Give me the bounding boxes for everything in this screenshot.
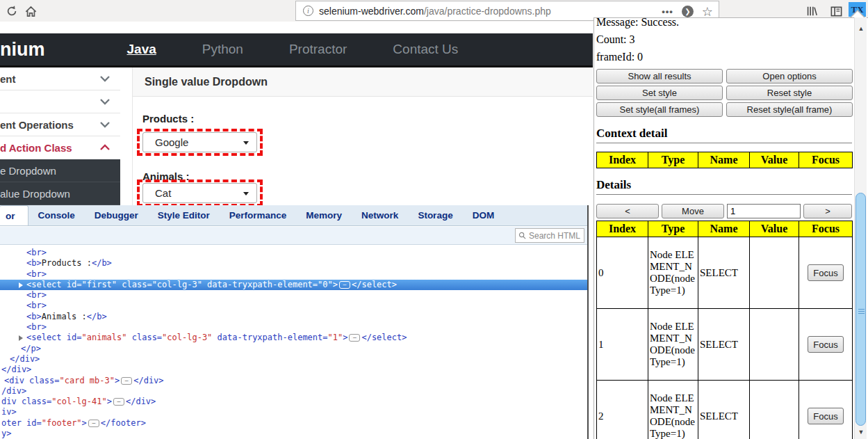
code-line[interactable]: <br> [0, 322, 587, 333]
sidebar-subitem[interactable]: alue Dropdown [0, 182, 120, 205]
column-header: Name [698, 221, 750, 237]
code-line[interactable]: iv> [0, 407, 587, 417]
tab-style-editor[interactable]: Style Editor [148, 205, 220, 225]
code-line[interactable]: <br> [0, 248, 587, 258]
tab-storage[interactable]: Storage [408, 205, 462, 225]
code-line[interactable]: y> [0, 429, 587, 439]
column-header: Type [648, 221, 698, 237]
tryxpath-popup: Message: Success. Count: 3 frameId: 0 Sh… [593, 17, 868, 439]
tab-debugger[interactable]: Debugger [85, 205, 148, 225]
collapsed-content-icon[interactable]: — [349, 334, 360, 342]
expand-arrow-icon[interactable] [19, 282, 23, 288]
tab-console[interactable]: Console [28, 205, 85, 225]
url-text[interactable]: selenium-webdriver.com/java/practice-dro… [319, 6, 551, 17]
devtools-tabbar: or ConsoleDebuggerStyle EditorPerformanc… [0, 205, 587, 226]
cell-name: SELECT [698, 309, 750, 381]
bookmark-star-icon[interactable]: ☆ [702, 6, 713, 18]
collapsed-content-icon[interactable]: — [121, 377, 132, 385]
reload-icon[interactable] [4, 3, 19, 19]
products-select[interactable]: Google [142, 132, 257, 152]
code-line[interactable]: <br> [0, 301, 587, 311]
tab-network[interactable]: Network [352, 205, 408, 225]
show-all-results-button[interactable]: Show all results [596, 69, 723, 83]
home-icon[interactable] [23, 3, 38, 19]
sidebar-item[interactable]: d Action Class [0, 136, 120, 159]
sidebar-submenu: e Dropdownalue Dropdown [0, 159, 120, 205]
details-table: IndexTypeNameValueFocus 0Node ELEMENT_NO… [596, 221, 853, 439]
code-line[interactable]: <br> [0, 269, 587, 280]
code-line[interactable]: div class="col-lg-41">—</div> [0, 397, 587, 407]
sidebar-subitem[interactable]: e Dropdown [0, 159, 120, 182]
sidebar-item[interactable]: ent [0, 67, 120, 90]
sidebar-item-label: d Action Class [0, 142, 72, 154]
column-header: Value [750, 221, 799, 237]
pocket-icon[interactable]: ❯ [682, 6, 694, 17]
cell-value [750, 381, 799, 439]
code-line[interactable]: <b>Animals :</b> [0, 312, 587, 322]
collapsed-content-icon[interactable]: — [113, 398, 124, 406]
context-detail-table: IndexTypeNameValueFocus [596, 152, 853, 168]
focus-button[interactable]: Focus [808, 264, 844, 281]
code-line[interactable]: </div> [0, 365, 587, 375]
library-icon[interactable] [804, 3, 819, 19]
sidebar-item-label: ent Operations [0, 119, 74, 131]
popup-frameid: frameId: 0 [596, 48, 854, 65]
code-line[interactable]: </p> [0, 344, 587, 354]
code-line[interactable]: <br> [0, 290, 587, 301]
tab-performance[interactable]: Performance [220, 205, 297, 225]
site-logo[interactable]: nium [0, 39, 45, 61]
reset-style-button[interactable]: Reset style [726, 86, 853, 100]
scroll-up-icon[interactable]: ▲ [855, 23, 867, 34]
cell-name: SELECT [698, 381, 750, 439]
move-button[interactable]: Move [662, 204, 724, 218]
set-style-button[interactable]: Set style [596, 86, 723, 100]
chevron-down-icon [99, 119, 110, 131]
tab-dom[interactable]: DOM [463, 205, 505, 225]
popup-scrollbar[interactable]: ▲ ▼ [854, 17, 867, 439]
page-number-input[interactable] [727, 204, 801, 218]
set-style-all-frames--button[interactable]: Set style(all frames) [596, 102, 723, 117]
scroll-down-icon[interactable]: ▼ [855, 426, 867, 438]
search-html-input[interactable]: Search HTML [515, 228, 584, 243]
url-path: /java/practice-dropdowns.php [424, 6, 551, 17]
scrollbar-thumb[interactable] [855, 193, 866, 426]
code-line[interactable]: /div> [0, 386, 587, 397]
cell-type: Node ELEMENT_NODE(nodeType=1) [648, 237, 698, 309]
nav-link-protractor[interactable]: Protractor [289, 42, 347, 57]
code-line[interactable]: oter id="footer">—</footer> [0, 418, 587, 429]
animals-select[interactable]: Cat [142, 183, 257, 203]
code-line[interactable]: <b>Products :</b> [0, 258, 587, 269]
nav-link-contact-us[interactable]: Contact Us [393, 42, 458, 57]
page-actions-icon[interactable]: ••• [662, 6, 673, 17]
details-heading: Details [596, 178, 854, 192]
code-line[interactable]: <div class="card mb-3">—</div> [0, 376, 587, 386]
next-page-button[interactable]: > [803, 204, 852, 218]
nav-link-python[interactable]: Python [202, 42, 243, 57]
focus-button[interactable]: Focus [808, 408, 844, 424]
site-info-icon[interactable]: i [303, 6, 313, 16]
sidebar-item[interactable]: ent Operations [0, 113, 120, 136]
code-line[interactable]: </div> [0, 354, 587, 365]
search-placeholder: Search HTML [529, 231, 580, 241]
code-line[interactable]: <select id="animals" class="col-lg-3" da… [0, 333, 587, 343]
devtools-panel: or ConsoleDebuggerStyle EditorPerformanc… [0, 205, 589, 439]
details-row: 2Node ELEMENT_NODE(nodeType=1)SELECTFocu… [597, 381, 853, 439]
expand-arrow-icon[interactable] [19, 335, 23, 341]
cell-index: 2 [597, 381, 648, 439]
sidebar-item[interactable] [0, 90, 120, 113]
collapsed-content-icon[interactable]: — [88, 420, 99, 427]
nav-link-java[interactable]: Java [127, 42, 156, 57]
cell-type: Node ELEMENT_NODE(nodeType=1) [648, 309, 698, 381]
tab-inspector[interactable]: or [0, 205, 28, 225]
focus-button[interactable]: Focus [808, 336, 844, 353]
sidebars-icon[interactable] [828, 3, 844, 19]
popup-buttons: Show all resultsOpen optionsSet styleRes… [596, 69, 854, 117]
reset-style-all-frame--button[interactable]: Reset style(all frame) [726, 102, 853, 117]
web-page: nium JavaPythonProtractorContact Us ente… [0, 22, 593, 205]
collapsed-content-icon[interactable]: — [339, 281, 350, 289]
code-line-selected[interactable]: <select id="first" class="col-lg-3" data… [0, 280, 587, 290]
column-header: Focus [799, 152, 853, 168]
open-options-button[interactable]: Open options [726, 69, 853, 83]
prev-page-button[interactable]: < [596, 204, 659, 218]
tab-memory[interactable]: Memory [296, 205, 352, 225]
